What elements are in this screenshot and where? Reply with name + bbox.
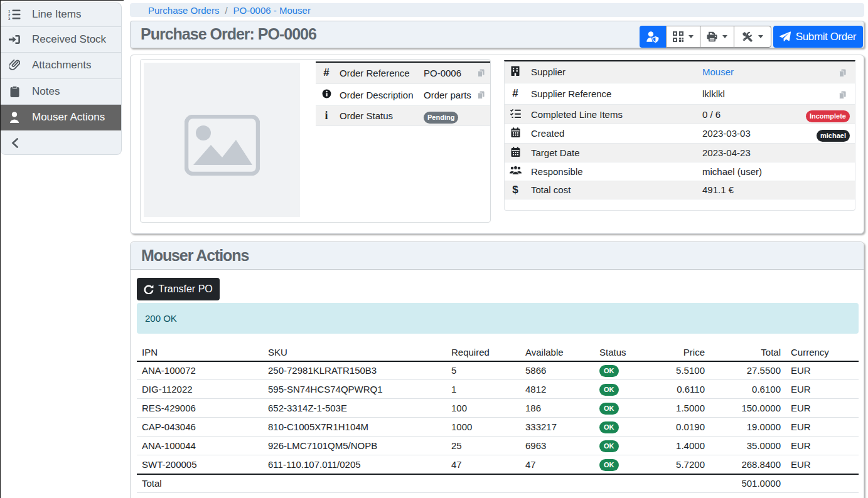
svg-text:3: 3: [8, 17, 11, 20]
svg-text:1: 1: [8, 9, 11, 13]
